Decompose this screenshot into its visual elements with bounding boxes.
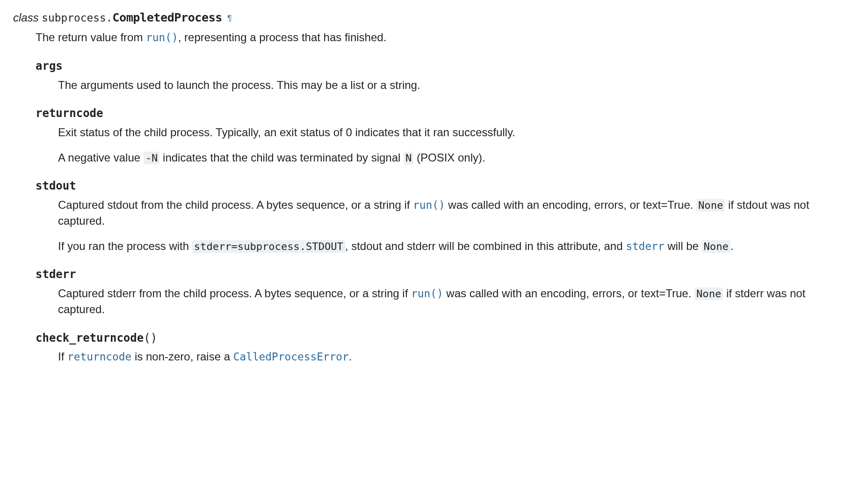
- text: The return value from: [36, 31, 146, 44]
- attr-description: The arguments used to launch the process…: [58, 77, 855, 93]
- attr-description: If you ran the process with stderr=subpr…: [58, 238, 855, 254]
- method-parens: (): [144, 331, 157, 345]
- run-link[interactable]: run(): [413, 199, 445, 211]
- permalink-icon[interactable]: ¶: [225, 13, 232, 23]
- attr-name-args: args: [36, 59, 855, 74]
- text: will be: [665, 240, 702, 252]
- text: was called with an encoding, errors, or …: [443, 287, 694, 300]
- text: is non-zero, raise a: [131, 350, 233, 363]
- method-description: If returncode is non-zero, raise a Calle…: [58, 349, 855, 365]
- text: .: [349, 350, 352, 363]
- text: .: [731, 240, 734, 252]
- text: , representing a process that has finish…: [178, 31, 387, 44]
- module-prefix: subprocess.: [42, 12, 112, 24]
- class-body: The return value from run(), representin…: [36, 29, 855, 365]
- attr-name-stdout: stdout: [36, 178, 855, 194]
- calledprocesserror-link[interactable]: CalledProcessError: [233, 351, 349, 363]
- code-literal: None: [694, 287, 723, 300]
- code-literal: -N: [144, 152, 160, 164]
- run-link[interactable]: run(): [411, 287, 443, 300]
- method-name-text: check_returncode: [36, 331, 144, 345]
- code-literal: None: [696, 199, 725, 212]
- keyword-class: class: [13, 11, 39, 24]
- class-description: The return value from run(), representin…: [36, 29, 855, 45]
- attribute-args: args The arguments used to launch the pr…: [36, 59, 855, 93]
- text: indicates that the child was terminated …: [159, 151, 404, 164]
- code-literal: stderr=subprocess.STDOUT: [192, 240, 345, 253]
- code-literal: N: [404, 152, 413, 164]
- run-link[interactable]: run(): [146, 31, 178, 44]
- attr-name-stderr: stderr: [36, 267, 855, 283]
- attribute-stdout: stdout Captured stdout from the child pr…: [36, 178, 855, 254]
- returncode-link[interactable]: returncode: [67, 351, 131, 363]
- method-name-check-returncode: check_returncode(): [36, 330, 855, 346]
- text: was called with an encoding, errors, or …: [445, 198, 696, 211]
- stderr-link[interactable]: stderr: [626, 240, 664, 252]
- attr-description: A negative value -N indicates that the c…: [58, 150, 855, 166]
- class-signature: class subprocess.CompletedProcess ¶: [13, 9, 855, 26]
- text: (POSIX only).: [413, 151, 485, 164]
- text: , stdout and stderr will be combined in …: [345, 240, 626, 252]
- text: Captured stdout from the child process. …: [58, 198, 413, 211]
- class-name: CompletedProcess: [112, 11, 222, 24]
- text: If: [58, 350, 67, 363]
- text: A negative value: [58, 151, 144, 164]
- attr-description: Captured stderr from the child process. …: [58, 286, 855, 317]
- code-literal: None: [702, 240, 731, 253]
- attr-description: Captured stdout from the child process. …: [58, 197, 855, 229]
- text: If you ran the process with: [58, 240, 192, 252]
- method-check-returncode: check_returncode() If returncode is non-…: [36, 330, 855, 365]
- attr-name-returncode: returncode: [36, 106, 855, 122]
- attribute-returncode: returncode Exit status of the child proc…: [36, 106, 855, 165]
- attr-description: Exit status of the child process. Typica…: [58, 125, 855, 140]
- attribute-stderr: stderr Captured stderr from the child pr…: [36, 267, 855, 317]
- text: Captured stderr from the child process. …: [58, 287, 411, 300]
